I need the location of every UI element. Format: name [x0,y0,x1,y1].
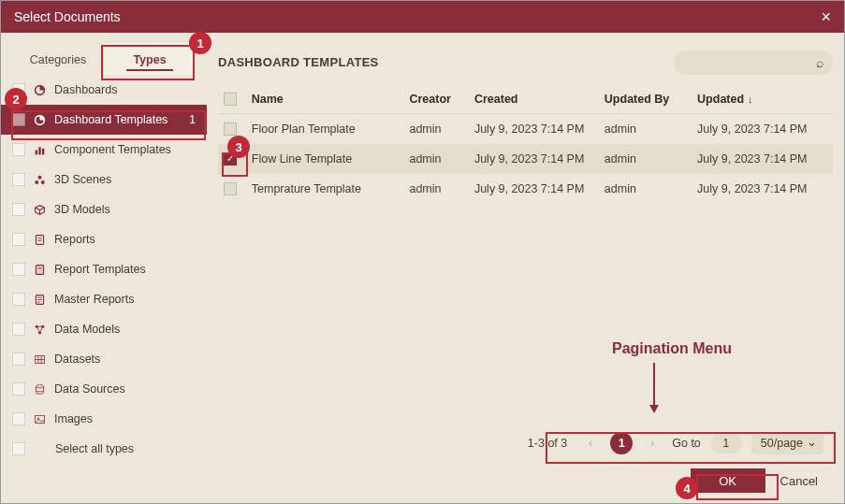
cell-name: Flow Line Template [252,152,410,166]
page-prev-button[interactable]: ‹ [580,433,601,454]
select-all-checkbox[interactable] [224,93,237,106]
type-checkbox[interactable] [12,143,25,156]
goto-input[interactable] [710,433,742,454]
col-creator[interactable]: Creator [409,93,473,106]
type-label: Component Templates [54,143,171,156]
col-updated-label: Updated [697,93,744,106]
bars-icon [33,144,47,156]
sidebar-item-report-templates[interactable]: Report Templates [1,254,207,284]
documents-table: Name Creator Created Updated By Updated … [218,84,833,204]
page-current[interactable]: 1 [610,432,633,454]
row-checkbox[interactable] [224,182,237,195]
svg-point-21 [36,384,43,387]
type-checkbox[interactable] [12,382,25,396]
type-checkbox[interactable] [12,203,25,216]
pagination-bar: 1-3 of 3 ‹ 1 › Go to 50/page [518,426,833,460]
select-documents-dialog: Select Documents × Categories Types Dash… [0,0,845,504]
dialog-titlebar: Select Documents × [1,1,844,33]
sidebar-item-images[interactable]: Images [1,404,207,434]
pagination-area: Pagination Menu 1-3 of 3 ‹ 1 › Go to 50/… [218,426,833,464]
stack-icon [33,383,47,396]
page-next-button[interactable]: › [642,433,663,454]
sidebar-item-dashboards[interactable]: Dashboards [1,75,207,105]
type-label: 3D Models [54,203,110,216]
svg-rect-2 [36,150,37,154]
sort-desc-icon: ↓ [748,94,753,105]
type-checkbox[interactable] [12,442,25,455]
cube-icon [33,204,47,216]
type-label: Report Templates [54,263,146,276]
svg-point-6 [41,180,45,183]
type-label: Datasets [54,353,100,366]
type-checkbox[interactable] [12,263,25,276]
sidebar-item-3d-scenes[interactable]: 3D Scenes [1,165,207,194]
cluster-icon [33,174,47,186]
goto-label: Go to [672,437,701,450]
ok-button[interactable]: OK [691,468,765,493]
type-checkbox[interactable] [12,113,25,126]
sidebar-item-dashboard-templates[interactable]: Dashboard Templates1 [1,105,207,135]
table-row[interactable]: ✓ Flow Line Template admin July 9, 2023 … [218,144,833,174]
docmaster-icon [33,294,47,306]
search-input[interactable]: ⌕ [674,50,833,75]
type-label: Reports [54,233,95,246]
table-row[interactable]: Temprature Template admin July 9, 2023 7… [218,174,833,204]
dialog-upper: Categories Types DashboardsDashboard Tem… [1,33,844,464]
type-checkbox[interactable] [12,353,25,366]
cell-name: Floor Plan Template [252,122,410,136]
col-updatedby[interactable]: Updated By [605,93,697,106]
tab-categories[interactable]: Categories [12,42,104,75]
type-label: Images [54,412,93,425]
svg-rect-3 [38,147,40,154]
type-checkbox[interactable] [12,323,25,336]
col-created[interactable]: Created [474,93,605,106]
type-checkbox[interactable] [12,173,25,186]
tab-types[interactable]: Types [104,42,196,75]
type-checkbox[interactable] [12,412,25,425]
close-icon[interactable]: × [821,7,831,27]
annotation-callout-3: 3 [227,136,250,158]
pagination-info: 1-3 of 3 [528,437,567,450]
search-icon: ⌕ [816,55,823,70]
grid-icon [33,353,47,366]
main-panel: DASHBOARD TEMPLATES ⌕ Name Creator Creat… [207,33,844,464]
pagination-annotation-label: Pagination Menu [612,340,732,357]
sidebar-tabs: Categories Types [1,33,207,75]
type-checkbox[interactable] [12,233,25,246]
sidebar-item-data-sources[interactable]: Data Sources [1,374,207,404]
sidebar-item-master-reports[interactable]: Master Reports [1,284,207,314]
sidebar-item-data-models[interactable]: Data Models [1,314,207,344]
pie-icon [33,114,47,126]
col-updated[interactable]: Updated ↓ [697,93,827,106]
svg-point-7 [38,175,42,179]
dialog-footer: OK Cancel [1,464,844,503]
type-checkbox[interactable] [12,293,25,306]
sidebar-item-datasets[interactable]: Datasets [1,344,207,374]
row-checkbox[interactable] [224,122,237,136]
cancel-button[interactable]: Cancel [780,474,818,488]
row-checkbox-cell [224,182,252,195]
sidebar-item-reports[interactable]: Reports [1,224,207,254]
cell-updatedby: admin [605,122,697,136]
type-count: 1 [189,113,196,126]
sidebar-item-3d-models[interactable]: 3D Models [1,194,207,224]
sidebar-item-component-templates[interactable]: Component Templates [1,135,207,165]
table-row[interactable]: Floor Plan Template admin July 9, 2023 7… [218,114,833,144]
page-size-select[interactable]: 50/page [751,432,823,454]
svg-rect-11 [36,265,43,274]
annotation-callout-2: 2 [5,88,27,110]
type-label: Data Sources [54,382,125,396]
type-label: 3D Scenes [54,173,111,186]
cell-name: Temprature Template [252,182,410,195]
col-name[interactable]: Name [252,93,410,106]
type-label: Dashboard Templates [54,113,168,126]
image-icon [33,413,47,425]
sidebar-item-select-all-types[interactable]: Select all types [1,434,207,464]
cell-created: July 9, 2023 7:14 PM [474,122,605,136]
dialog-title: Select Documents [14,9,121,24]
sidebar: Categories Types DashboardsDashboard Tem… [1,33,207,464]
cell-created: July 9, 2023 7:14 PM [474,152,605,166]
svg-rect-4 [42,148,44,154]
annotation-callout-1: 1 [189,32,211,54]
dialog-body: Categories Types DashboardsDashboard Tem… [1,33,844,503]
